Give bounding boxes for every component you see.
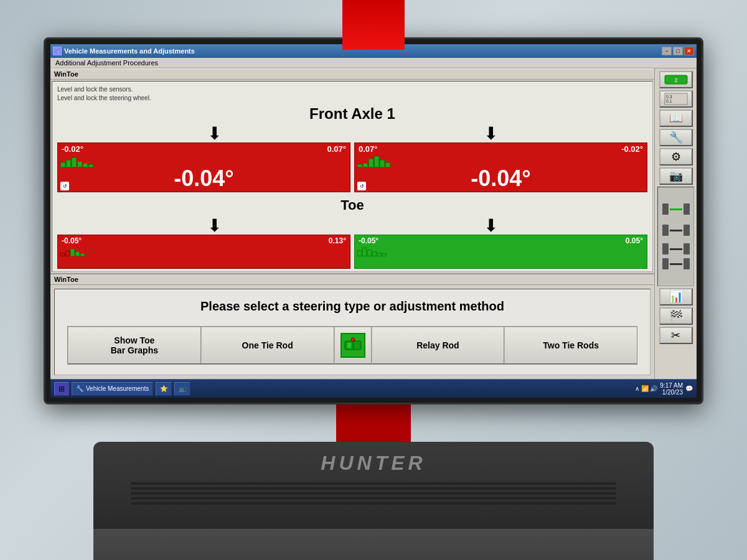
sidebar-btn-6[interactable]: 📷 <box>659 167 693 185</box>
rear-left-wheel1 <box>662 243 669 254</box>
one-tie-rod-button[interactable]: One Tie Rod <box>201 327 334 364</box>
icon-button[interactable] <box>334 327 372 364</box>
two-tie-rods-button[interactable]: Two Tie Rods <box>504 327 637 364</box>
bar-2 <box>66 160 71 167</box>
stand-neck <box>336 404 411 442</box>
hunter-label: HUNTER <box>93 442 654 475</box>
rear-axle-line1 <box>670 248 682 250</box>
wintoe-header2: WinToe <box>50 274 654 285</box>
time-display: 9:17 AM <box>660 382 683 389</box>
sidebar-btn-8[interactable]: 🏁 <box>659 307 693 325</box>
top-gauges-container: -0.02° 0.07° -0.04° <box>57 142 647 192</box>
bar-3 <box>72 157 77 167</box>
chart-icon: 📊 <box>669 290 683 304</box>
left-gauge-icon: ↺ <box>60 182 69 190</box>
bottom-section: WinToe Please select a steering type or … <box>50 273 654 375</box>
right-gauge: 0.07° -0.02° -0.04° <box>354 142 647 192</box>
sidebar-btn-4[interactable]: 🔧 <box>659 129 693 146</box>
front-left-wheel <box>662 203 669 215</box>
monitor-screen: 🔧 Vehicle Measurements and Adjustments −… <box>50 44 697 398</box>
taskbar-item2-icon: ⭐ <box>160 385 167 392</box>
brbar-1 <box>357 250 362 256</box>
bar-4 <box>77 161 82 167</box>
svg-text:0.3: 0.3 <box>666 95 672 99</box>
close-button[interactable]: ✕ <box>684 47 694 55</box>
selection-area: Please select a steering type or adjustm… <box>54 289 651 375</box>
bottom-equipment: HUNTER <box>93 404 654 560</box>
sidebar-btn-5[interactable]: ⚙ <box>659 148 693 166</box>
taskbar-app-item[interactable]: 🔧 Vehicle Measurements <box>72 382 153 396</box>
left-gauge-main-value: -0.04° <box>58 167 350 190</box>
show-toe-bar-graphs-button[interactable]: Show Toe Bar Graphs <box>68 327 201 364</box>
sidebar-btn-3[interactable]: 📖 <box>659 110 693 127</box>
right-gauge-top-values: 0.07° -0.02° <box>355 143 647 155</box>
vent-3 <box>131 492 616 495</box>
bar-5 <box>83 163 88 167</box>
sidebar-btn-9[interactable]: ✂ <box>659 327 693 344</box>
book-icon: 📖 <box>669 111 683 125</box>
front-axle-line <box>670 208 682 210</box>
sidebar-btn-2[interactable]: 0.3 0.1 <box>659 90 693 108</box>
camera-icon: 📷 <box>669 169 683 183</box>
diagram-rear-axle1 <box>662 243 690 254</box>
stand-body: HUNTER <box>93 442 654 529</box>
buttons-row: Show Toe Bar Graphs One Tie Rod <box>67 326 637 365</box>
bottom-right-val-right: 0.05° <box>626 236 643 245</box>
taskbar-item3[interactable]: 📺 <box>174 382 190 396</box>
svg-rect-1 <box>347 343 351 348</box>
taskbar-item2[interactable]: ⭐ <box>156 382 172 396</box>
gauge-icon: ⚙ <box>671 150 681 164</box>
blbar-1 <box>60 253 65 256</box>
bottom-right-arrow: ⬇ <box>484 217 498 235</box>
gauge-icon-img <box>341 333 365 358</box>
sidebar-btn-1[interactable]: 2 <box>659 71 693 88</box>
diagram-top-axle <box>662 203 690 215</box>
right-sidebar: 2 0.3 0.1 📖 🔧 ⚙ <box>654 68 697 379</box>
blbar-5 <box>80 253 85 256</box>
toe-label: Toe <box>57 194 647 217</box>
left-gauge-top-values: -0.02° 0.07° <box>58 143 350 155</box>
bottom-left-gauge-values: -0.05° 0.13° <box>58 235 350 246</box>
mid-right-wheel <box>684 225 690 236</box>
top-arrows-row: ⬇ ⬇ <box>57 125 647 142</box>
bottom-left-bar-area <box>58 246 350 256</box>
rbar-2 <box>363 163 368 167</box>
minimize-button[interactable]: − <box>662 47 672 55</box>
taskbar-item-icon: 🔧 <box>76 385 83 392</box>
title-bar-left: 🔧 Vehicle Measurements and Adjustments <box>53 47 195 55</box>
rear-right-wheel2 <box>684 258 690 269</box>
vent-1 <box>131 482 616 485</box>
left-arrow-down: ⬇ <box>207 125 222 142</box>
rbar-6 <box>385 162 390 167</box>
relay-rod-button[interactable]: Relay Rod <box>372 327 505 364</box>
rear-axle-line2 <box>670 263 682 265</box>
date-display: 1/20/23 <box>660 389 683 396</box>
bottom-gauges: -0.05° 0.13° <box>57 235 647 269</box>
right-arrow-down: ⬇ <box>484 125 498 142</box>
vent-2 <box>131 487 616 490</box>
taskbar-time: 9:17 AM 1/20/23 <box>660 382 683 396</box>
wrench-icon: 🔧 <box>669 131 683 144</box>
restore-button[interactable]: □ <box>673 47 683 55</box>
keyboard-area <box>93 529 654 560</box>
main-content: WinToe Level and lock the sensors. Level… <box>50 68 697 379</box>
mid-axle-line <box>670 230 682 231</box>
left-gauge: -0.02° 0.07° -0.04° <box>57 142 350 192</box>
brbar-4 <box>372 251 377 256</box>
app-icon: 🔧 <box>53 47 62 55</box>
sidebar-btn-7[interactable]: 📊 <box>659 288 693 306</box>
wintoe-header: WinToe <box>50 68 654 80</box>
bottom-left-gauge: -0.05° 0.13° <box>57 235 350 269</box>
start-button[interactable]: ⊞ <box>54 382 69 396</box>
left-gauge-top-left: -0.02° <box>62 144 83 154</box>
front-right-wheel <box>684 203 690 215</box>
menu-bar: Additional Adjustment Procedures <box>50 58 697 68</box>
svg-rect-2 <box>352 342 354 349</box>
title-bar-controls: − □ ✕ <box>662 47 694 55</box>
left-panel: WinToe Level and lock the sensors. Level… <box>50 68 654 379</box>
rbar-3 <box>369 159 374 167</box>
notification-icon: 💬 <box>685 385 693 392</box>
menu-item-additional[interactable]: Additional Adjustment Procedures <box>55 59 158 67</box>
taskbar-right: ∧ 📶 🔊 9:17 AM 1/20/23 💬 <box>635 382 693 396</box>
bottom-right-gauge-values: -0.05° 0.05° <box>355 235 647 246</box>
